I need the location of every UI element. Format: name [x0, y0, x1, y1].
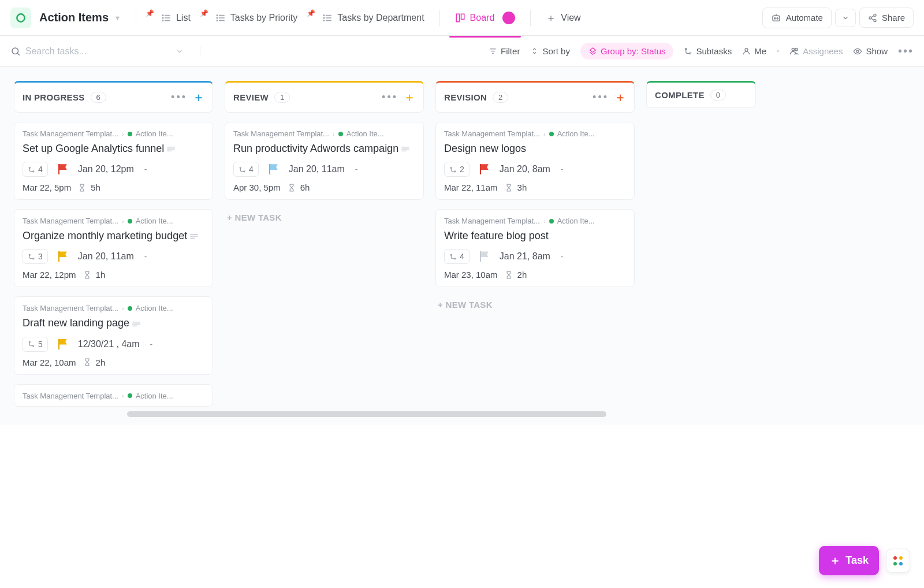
column-count: 1 [274, 92, 290, 103]
separator-dot: • [777, 47, 779, 55]
column-header[interactable]: COMPLETE 0 [646, 81, 756, 108]
task-card[interactable]: Task Management Templat... › Action Ite.… [14, 384, 213, 407]
view-list[interactable]: List [155, 9, 196, 27]
assignees-button[interactable]: Assignees [789, 46, 843, 56]
card-due-date[interactable]: Mar 23, 10am [444, 270, 498, 280]
priority-flag-icon[interactable] [480, 164, 489, 174]
column-header[interactable]: IN PROGRESS 6 ••• ＋ [14, 81, 213, 113]
horizontal-scrollbar[interactable] [127, 411, 606, 417]
column-add-icon[interactable]: ＋ [614, 90, 626, 105]
board-column-revision: REVISION 2 ••• ＋ Task Management Templat… [435, 81, 635, 407]
svg-line-28 [871, 16, 874, 17]
priority-flag-icon[interactable] [269, 164, 278, 174]
chevron-right-icon: › [122, 218, 124, 225]
card-start-date[interactable]: Jan 20, 8am [500, 164, 550, 174]
column-more-icon[interactable]: ••• [171, 91, 187, 103]
automate-button[interactable]: Automate [762, 8, 832, 28]
card-start-date[interactable]: Jan 21, 8am [500, 251, 550, 262]
subtask-count[interactable]: 5 [23, 337, 48, 352]
svg-point-55 [29, 341, 30, 343]
column-header[interactable]: REVIEW 1 ••• ＋ [225, 81, 424, 113]
board-next-icon[interactable] [502, 12, 515, 24]
subtask-count[interactable]: 4 [233, 162, 259, 177]
column-add-icon[interactable]: ＋ [193, 90, 204, 105]
task-card[interactable]: Task Management Templat... › Action Ite.… [225, 122, 424, 200]
card-breadcrumb[interactable]: Task Management Templat... › Action Ite.… [23, 129, 204, 138]
board-column-inprogress: IN PROGRESS 6 ••• ＋ Task Management Temp… [14, 81, 213, 407]
breadcrumb-list: Action Ite... [136, 217, 173, 225]
list-dot-icon [128, 219, 132, 224]
card-breadcrumb[interactable]: Task Management Templat... › Action Ite.… [444, 217, 626, 225]
card-estimate: 1h [96, 270, 106, 280]
search-icon [10, 46, 21, 57]
subtask-count[interactable]: 4 [444, 249, 470, 264]
sort-button[interactable]: Sort by [530, 46, 570, 56]
column-title: REVISION [444, 92, 487, 102]
card-start-date[interactable]: Jan 20, 12pm [78, 164, 134, 174]
column-more-icon[interactable]: ••• [593, 91, 609, 103]
card-due-date[interactable]: Mar 22, 5pm [23, 183, 71, 192]
priority-flag-icon[interactable] [58, 339, 68, 349]
card-breadcrumb[interactable]: Task Management Templat... › Action Ite.… [23, 304, 204, 312]
task-card[interactable]: Task Management Templat... › Action Ite.… [14, 122, 213, 200]
view-department[interactable]: Tasks by Department [316, 9, 430, 27]
card-breadcrumb[interactable]: Task Management Templat... › Action Ite.… [23, 217, 204, 225]
share-button[interactable]: Share [859, 8, 914, 28]
board-column-review: REVIEW 1 ••• ＋ Task Management Templat..… [225, 81, 424, 407]
svg-point-56 [33, 345, 34, 347]
view-board[interactable]: Board [449, 8, 521, 28]
new-task-button[interactable]: + NEW TASK [225, 209, 424, 226]
priority-flag-icon[interactable] [480, 251, 489, 262]
card-due-date[interactable]: Mar 22, 11am [444, 183, 498, 192]
subtasks-button[interactable]: Subtasks [684, 46, 732, 56]
new-task-button[interactable]: + NEW TASK [435, 296, 635, 313]
breadcrumb-project: Task Management Templat... [23, 217, 118, 225]
me-button[interactable]: Me [742, 46, 766, 56]
card-start-date[interactable]: 12/30/21 , 4am [78, 339, 140, 349]
filter-button[interactable]: Filter [489, 46, 520, 56]
card-breadcrumb[interactable]: Task Management Templat... › Action Ite.… [444, 129, 626, 138]
search-input[interactable] [25, 46, 171, 57]
card-breadcrumb[interactable]: Task Management Templat... › Action Ite.… [233, 129, 415, 138]
svg-line-29 [871, 18, 874, 20]
card-footer-row: Apr 30, 5pm 6h [233, 183, 415, 192]
task-card[interactable]: Task Management Templat... › Action Ite.… [435, 209, 635, 287]
view-priority[interactable]: Tasks by Priority [210, 9, 303, 27]
subtask-count[interactable]: 2 [444, 162, 470, 177]
more-options-icon[interactable]: ••• [898, 44, 914, 58]
card-meta-row: 4 Jan 21, 8am - [444, 249, 626, 264]
show-button[interactable]: Show [853, 46, 888, 56]
search-dropdown-icon[interactable] [176, 47, 184, 55]
list-title[interactable]: Action Items [39, 11, 109, 24]
card-start-date[interactable]: Jan 20, 11am [289, 164, 345, 174]
svg-point-0 [17, 14, 24, 21]
svg-point-26 [869, 17, 871, 19]
column-header[interactable]: REVISION 2 ••• ＋ [435, 81, 635, 113]
breadcrumb-project: Task Management Templat... [23, 129, 118, 138]
card-footer-row: Mar 22, 10am 2h [23, 358, 204, 367]
column-more-icon[interactable]: ••• [382, 91, 398, 103]
svg-point-65 [454, 258, 456, 259]
divider [530, 10, 531, 26]
svg-point-62 [450, 167, 452, 168]
card-estimate: 6h [300, 183, 310, 192]
card-due-date[interactable]: Mar 22, 12pm [23, 270, 76, 280]
task-card[interactable]: Task Management Templat... › Action Ite.… [14, 209, 213, 287]
priority-flag-icon[interactable] [58, 251, 68, 262]
subtask-count[interactable]: 3 [23, 249, 48, 264]
card-breadcrumb[interactable]: Task Management Templat... › Action Ite.… [23, 392, 204, 400]
card-due-date[interactable]: Apr 30, 5pm [233, 183, 281, 192]
subtask-count[interactable]: 4 [23, 162, 48, 177]
task-card[interactable]: Task Management Templat... › Action Ite.… [14, 296, 213, 374]
column-add-icon[interactable]: ＋ [404, 90, 415, 105]
automate-dropdown[interactable] [835, 9, 856, 27]
card-due-date[interactable]: Mar 22, 10am [23, 358, 76, 367]
card-start-date[interactable]: Jan 20, 11am [78, 251, 134, 262]
group-by-button[interactable]: Group by: Status [580, 43, 674, 59]
priority-flag-icon[interactable] [58, 164, 68, 174]
svg-point-12 [217, 20, 218, 21]
automate-label: Automate [786, 13, 823, 23]
add-view-button[interactable]: ＋ View [540, 8, 586, 28]
list-title-dropdown-icon[interactable]: ▼ [114, 14, 121, 21]
task-card[interactable]: Task Management Templat... › Action Ite.… [435, 122, 635, 200]
